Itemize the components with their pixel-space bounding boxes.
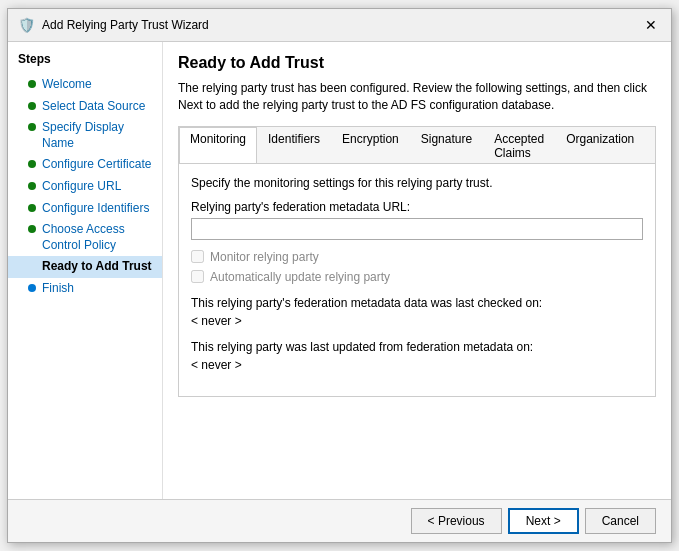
tab-signature[interactable]: Signature	[410, 127, 483, 164]
sidebar-dot-welcome	[28, 80, 36, 88]
dialog: 🛡️ Add Relying Party Trust Wizard ✕ Step…	[7, 8, 672, 543]
sidebar-item-configure-identifiers[interactable]: Configure Identifiers	[8, 198, 162, 220]
sidebar-dot-ready-to-add	[28, 262, 36, 270]
sidebar-dot-configure-certificate	[28, 160, 36, 168]
tab-organization[interactable]: Organization	[555, 127, 645, 164]
url-field-label: Relying party's federation metadata URL:	[191, 200, 643, 214]
sidebar-item-finish[interactable]: Finish	[8, 278, 162, 300]
wizard-icon: 🛡️	[18, 17, 34, 33]
monitor-relying-party-label: Monitor relying party	[210, 250, 319, 264]
title-bar-left: 🛡️ Add Relying Party Trust Wizard	[18, 17, 209, 33]
sidebar-label-ready-to-add: Ready to Add Trust	[42, 259, 152, 275]
last-checked-section: This relying party's federation metadata…	[191, 296, 643, 328]
sidebar-label-welcome: Welcome	[42, 77, 92, 93]
sidebar-label-configure-certificate: Configure Certificate	[42, 157, 151, 173]
sidebar-label-configure-url: Configure URL	[42, 179, 121, 195]
cancel-button[interactable]: Cancel	[585, 508, 656, 534]
sidebar-label-finish: Finish	[42, 281, 74, 297]
dialog-title: Add Relying Party Trust Wizard	[42, 18, 209, 32]
federation-metadata-url-input[interactable]	[191, 218, 643, 240]
tab-monitoring[interactable]: Monitoring	[179, 127, 257, 164]
tab-container: Monitoring Identifiers Encryption Signat…	[178, 126, 656, 397]
next-button[interactable]: Next >	[508, 508, 579, 534]
auto-update-row: Automatically update relying party	[191, 270, 643, 284]
title-bar: 🛡️ Add Relying Party Trust Wizard ✕	[8, 9, 671, 42]
sidebar-item-configure-certificate[interactable]: Configure Certificate	[8, 154, 162, 176]
sidebar-dot-configure-identifiers	[28, 204, 36, 212]
last-updated-section: This relying party was last updated from…	[191, 340, 643, 372]
sidebar-item-choose-access-control[interactable]: Choose Access Control Policy	[8, 219, 162, 256]
sidebar-dot-specify-display-name	[28, 123, 36, 131]
sidebar-title: Steps	[8, 52, 162, 74]
tab-bar: Monitoring Identifiers Encryption Signat…	[179, 127, 655, 164]
sidebar: Steps WelcomeSelect Data SourceSpecify D…	[8, 42, 163, 499]
page-title: Ready to Add Trust	[178, 54, 656, 72]
tab-identifiers[interactable]: Identifiers	[257, 127, 331, 164]
sidebar-dot-configure-url	[28, 182, 36, 190]
last-updated-label: This relying party was last updated from…	[191, 340, 643, 354]
tab-accepted-claims[interactable]: Accepted Claims	[483, 127, 555, 164]
monitoring-description: Specify the monitoring settings for this…	[191, 176, 643, 190]
close-button[interactable]: ✕	[641, 15, 661, 35]
tab-encryption[interactable]: Encryption	[331, 127, 410, 164]
sidebar-item-specify-display-name[interactable]: Specify Display Name	[8, 117, 162, 154]
sidebar-label-select-data-source: Select Data Source	[42, 99, 145, 115]
last-updated-value: < never >	[191, 358, 643, 372]
tab-content-monitoring: Specify the monitoring settings for this…	[179, 164, 655, 396]
auto-update-checkbox[interactable]	[191, 270, 204, 283]
sidebar-item-ready-to-add: Ready to Add Trust	[8, 256, 162, 278]
sidebar-dot-select-data-source	[28, 102, 36, 110]
sidebar-dot-finish	[28, 284, 36, 292]
previous-button[interactable]: < Previous	[411, 508, 502, 534]
sidebar-dot-choose-access-control	[28, 225, 36, 233]
monitor-relying-party-checkbox[interactable]	[191, 250, 204, 263]
tab-endpoints[interactable]: Endpoints	[645, 127, 655, 164]
sidebar-label-specify-display-name: Specify Display Name	[42, 120, 152, 151]
page-description: The relying party trust has been configu…	[178, 80, 656, 114]
footer: < Previous Next > Cancel	[8, 499, 671, 542]
sidebar-item-welcome[interactable]: Welcome	[8, 74, 162, 96]
sidebar-label-configure-identifiers: Configure Identifiers	[42, 201, 149, 217]
auto-update-label: Automatically update relying party	[210, 270, 390, 284]
main-area: Ready to Add Trust The relying party tru…	[163, 42, 671, 499]
sidebar-label-choose-access-control: Choose Access Control Policy	[42, 222, 152, 253]
sidebar-item-select-data-source[interactable]: Select Data Source	[8, 96, 162, 118]
sidebar-item-configure-url[interactable]: Configure URL	[8, 176, 162, 198]
last-checked-value: < never >	[191, 314, 643, 328]
last-checked-label: This relying party's federation metadata…	[191, 296, 643, 310]
main-content: Steps WelcomeSelect Data SourceSpecify D…	[8, 42, 671, 499]
monitor-relying-party-row: Monitor relying party	[191, 250, 643, 264]
